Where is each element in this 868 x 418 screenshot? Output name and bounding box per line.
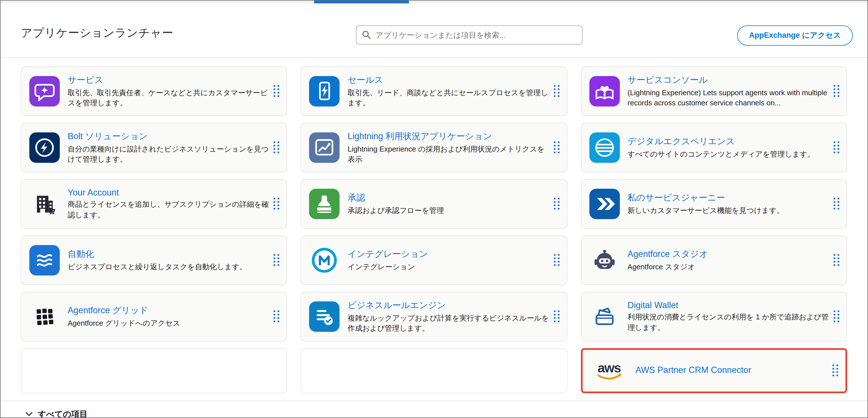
drag-handle-icon[interactable]: [274, 254, 280, 267]
app-tile-text: 私のサービスジャーニー 新しいカスタマーサービス機能を見つけます。: [627, 192, 829, 216]
app-tile-agentforce-grid[interactable]: Agentforce グリッド Agentforce グリッドへのアクセス: [21, 292, 287, 341]
app-name-link[interactable]: Bolt ソリューション: [68, 130, 148, 142]
app-tile-text: サービス 取引先、取引先責任者、ケースなどと共にカスタマーサービスを管理します。: [68, 74, 269, 108]
app-tile-business-rules-engine[interactable]: ビジネスルールエンジン 複雑なルックアップおよび計算を実行するビジネスルールを作…: [301, 292, 567, 341]
app-tile-sales[interactable]: セールス 取引先、リード、商談などと共にセールスプロセスを管理します。: [301, 67, 567, 116]
sales-phone-icon: [309, 76, 340, 106]
wallet-icon: [589, 302, 620, 332]
drag-handle-icon[interactable]: [274, 141, 280, 154]
app-name-link[interactable]: サービス: [68, 74, 103, 86]
app-description: 利用状況の消費とライセンスの利用を 1 か所で追跡および管理します。: [627, 312, 829, 333]
app-grid: サービス 取引先、取引先責任者、ケースなどと共にカスタマーサービスを管理します。…: [21, 67, 847, 393]
app-description: 複雑なルックアップおよび計算を実行するビジネスルールを作成および管理します。: [348, 313, 549, 334]
empty-tile: [301, 348, 567, 393]
app-tile-agentforce-studio[interactable]: Agentforce スタジオ Agentforce スタジオ: [581, 236, 847, 285]
aws-logo-icon: aws: [590, 355, 627, 386]
drag-handle-icon[interactable]: [554, 198, 560, 210]
journey-chevrons-icon: [589, 189, 620, 219]
empty-tile: [21, 348, 287, 393]
app-tile-your-account[interactable]: Your Account 商品とライセンスを追加し、サブスクリプションの詳細を確…: [21, 179, 287, 229]
app-name-link[interactable]: セールス: [348, 74, 383, 86]
app-tile-aws-partner-crm-connector[interactable]: aws AWS Partner CRM Connector: [581, 348, 847, 393]
search-input[interactable]: [356, 25, 583, 44]
app-tile-approvals[interactable]: 承認 承認および承認フローを管理: [301, 179, 567, 229]
bolt-icon: [29, 132, 60, 163]
app-name-link[interactable]: Agentforce グリッド: [68, 305, 148, 317]
app-tile-digital-experiences[interactable]: デジタルエクスペリエンス すべてのサイトのコンテンツとメディアを管理します。: [581, 123, 847, 172]
app-description: 新しいカスタマーサービス機能を見つけます。: [627, 206, 829, 216]
svg-text:aws: aws: [597, 360, 620, 375]
app-name-link[interactable]: Digital Wallet: [627, 300, 678, 310]
agentforce-robot-icon: [589, 245, 620, 276]
app-tile-text: セールス 取引先、リード、商談などと共にセールスプロセスを管理します。: [348, 74, 549, 108]
app-tile-my-service-journey[interactable]: 私のサービスジャーニー 新しいカスタマーサービス機能を見つけます。: [581, 179, 847, 229]
digital-experience-icon: [589, 132, 620, 163]
app-tile-integration[interactable]: インテグレーション インテグレーション: [301, 236, 567, 285]
app-tile-text: デジタルエクスペリエンス すべてのサイトのコンテンツとメディアを管理します。: [627, 136, 829, 160]
all-items-section: すべての項目: [1, 400, 867, 418]
account-building-icon: [29, 189, 60, 219]
app-name-link[interactable]: Agentforce スタジオ: [627, 248, 708, 260]
appexchange-button[interactable]: AppExchange にアクセス: [737, 25, 853, 46]
app-tile-text: Your Account 商品とライセンスを追加し、サブスクリプションの詳細を確…: [68, 187, 269, 220]
drag-handle-icon[interactable]: [274, 198, 280, 210]
drag-handle-icon[interactable]: [554, 141, 560, 154]
drag-handle-icon[interactable]: [554, 254, 560, 267]
drag-handle-icon[interactable]: [834, 254, 840, 267]
approval-stamp-icon: [309, 189, 340, 219]
page-title: アプリケーションランチャー: [21, 25, 174, 40]
app-name-link[interactable]: サービスコンソール: [627, 74, 708, 86]
search-icon: [362, 30, 371, 39]
app-description: (Lightning Experience) Lets support agen…: [627, 88, 829, 108]
drag-handle-icon[interactable]: [833, 364, 839, 377]
app-tile-text: Agentforce グリッド Agentforce グリッドへのアクセス: [68, 305, 269, 329]
app-name-link[interactable]: 私のサービスジャーニー: [627, 192, 725, 204]
app-description: 自分の業種向けに設計されたビジネスソリューションを見つけて管理します。: [68, 144, 269, 165]
app-tile-text: ビジネスルールエンジン 複雑なルックアップおよび計算を実行するビジネスルールを作…: [348, 300, 549, 334]
app-tile-text: 自動化 ビジネスプロセスと繰り返しタスクを自動化します。: [68, 248, 269, 272]
drag-handle-icon[interactable]: [834, 85, 840, 98]
app-description: 承認および承認フローを管理: [348, 206, 549, 216]
service-chat-icon: [29, 76, 60, 106]
app-name-link[interactable]: Your Account: [68, 187, 119, 198]
mulesoft-icon: [309, 245, 340, 276]
top-strip: [1, 1, 867, 3]
app-tile-lightning-usage[interactable]: Lightning 利用状況アプリケーション Lightning Experie…: [301, 123, 567, 172]
app-name-link[interactable]: 自動化: [68, 248, 94, 260]
all-items-label: すべての項目: [38, 409, 88, 418]
app-tile-service-console[interactable]: サービスコンソール (Lightning Experience) Lets su…: [581, 67, 847, 116]
drag-handle-icon[interactable]: [274, 310, 280, 323]
drag-handle-icon[interactable]: [274, 85, 280, 98]
app-tile-text: Bolt ソリューション 自分の業種向けに設計されたビジネスソリューションを見つ…: [68, 130, 269, 165]
automation-flow-icon: [29, 245, 60, 276]
search-box: [356, 25, 583, 44]
app-name-link[interactable]: インテグレーション: [348, 248, 428, 260]
app-name-link[interactable]: 承認: [348, 192, 365, 204]
grid-dots-icon: [29, 302, 60, 332]
app-name-link[interactable]: ビジネスルールエンジン: [348, 300, 446, 311]
app-tile-digital-wallet[interactable]: Digital Wallet 利用状況の消費とライセンスの利用を 1 か所で追跡…: [581, 292, 847, 341]
header: アプリケーションランチャー AppExchange にアクセス: [1, 3, 867, 58]
app-tile-text: AWS Partner CRM Connector: [636, 365, 828, 377]
business-rules-icon: [309, 302, 340, 332]
app-description: Agentforce スタジオ: [627, 262, 829, 272]
app-tile-text: Digital Wallet 利用状況の消費とライセンスの利用を 1 か所で追跡…: [627, 300, 829, 333]
all-items-toggle[interactable]: すべての項目: [1, 401, 867, 418]
app-tile-bolt-solutions[interactable]: Bolt ソリューション 自分の業種向けに設計されたビジネスソリューションを見つ…: [21, 123, 287, 172]
app-description: 取引先、リード、商談などと共にセールスプロセスを管理します。: [348, 88, 549, 108]
app-description: Lightning Experience の採用および利用状況のメトリクスを表示: [348, 144, 549, 165]
drag-handle-icon[interactable]: [834, 141, 840, 154]
app-tile-service[interactable]: サービス 取引先、取引先責任者、ケースなどと共にカスタマーサービスを管理します。: [21, 67, 287, 116]
drag-handle-icon[interactable]: [834, 310, 840, 323]
drag-handle-icon[interactable]: [554, 310, 560, 323]
app-name-link[interactable]: デジタルエクスペリエンス: [627, 136, 735, 148]
drag-handle-icon[interactable]: [554, 85, 560, 98]
app-name-link[interactable]: Lightning 利用状況アプリケーション: [348, 130, 492, 142]
app-name-link[interactable]: AWS Partner CRM Connector: [636, 365, 751, 375]
top-accent-bar: [314, 1, 409, 3]
app-tile-automation[interactable]: 自動化 ビジネスプロセスと繰り返しタスクを自動化します。: [21, 236, 287, 285]
chevron-down-icon: [25, 412, 33, 417]
app-description: Agentforce グリッドへのアクセス: [68, 318, 269, 329]
app-description: ビジネスプロセスと繰り返しタスクを自動化します。: [68, 262, 269, 272]
drag-handle-icon[interactable]: [834, 198, 840, 210]
